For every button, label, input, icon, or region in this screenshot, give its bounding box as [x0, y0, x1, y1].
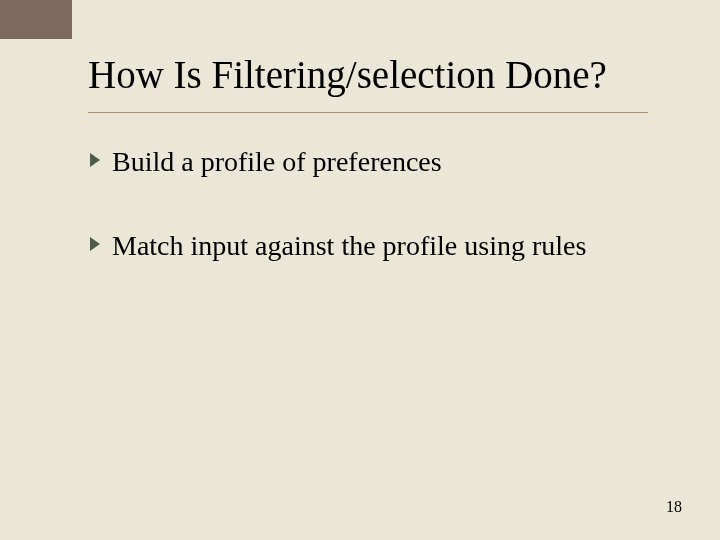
bullet-icon	[88, 145, 106, 169]
bullet-list: Build a profile of preferences Match inp…	[88, 145, 648, 313]
list-item: Match input against the profile using ru…	[88, 229, 648, 263]
bullet-icon	[88, 229, 106, 253]
slide: How Is Filtering/selection Done? Build a…	[0, 0, 720, 540]
title-underline	[88, 112, 648, 113]
slide-title: How Is Filtering/selection Done?	[88, 52, 607, 97]
corner-accent	[0, 0, 72, 39]
bullet-text: Match input against the profile using ru…	[112, 229, 586, 263]
list-item: Build a profile of preferences	[88, 145, 648, 179]
page-number: 18	[666, 498, 682, 516]
bullet-text: Build a profile of preferences	[112, 145, 442, 179]
